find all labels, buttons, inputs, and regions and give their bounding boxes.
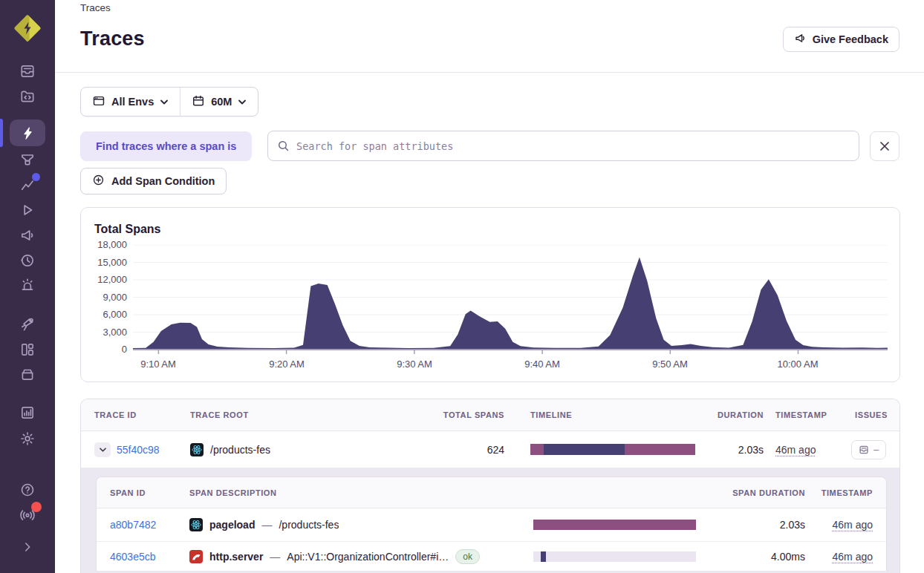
environment-filter[interactable]: All Envs <box>81 88 180 116</box>
col-issues: ISSUES <box>851 410 888 419</box>
filter-bar: All Envs 60M <box>80 87 258 117</box>
ruby-project-icon <box>189 550 203 563</box>
breadcrumb[interactable]: Traces <box>80 2 111 13</box>
sentry-logo-icon[interactable] <box>0 15 55 42</box>
traces-table: TRACE ID TRACE ROOT TOTAL SPANS TIMELINE… <box>80 399 900 573</box>
span-status-badge: ok <box>455 549 480 564</box>
chevron-down-icon <box>160 96 169 108</box>
span-op: http.server <box>209 551 263 563</box>
span-separator: — <box>261 519 272 531</box>
col-timeline: TIMELINE <box>530 410 695 419</box>
clear-search-button[interactable] <box>870 131 899 161</box>
feedback-icon[interactable] <box>0 227 55 243</box>
close-icon <box>879 140 891 152</box>
projects-icon[interactable] <box>0 88 55 105</box>
environment-filter-label: All Envs <box>111 96 154 108</box>
chevron-down-icon <box>238 96 247 108</box>
trace-timestamp[interactable]: 46m ago <box>775 444 816 456</box>
span-id-link[interactable]: a80b7482 <box>110 519 156 531</box>
discover-icon[interactable] <box>0 316 55 333</box>
span-duration: 4.00ms <box>697 551 805 563</box>
search-input[interactable] <box>296 131 859 160</box>
whats-new-badge <box>31 502 42 512</box>
trace-timeline-bar <box>530 444 695 455</box>
expanded-trace-section: SPAN ID SPAN DESCRIPTION SPAN DURATION T… <box>81 468 899 573</box>
stats-icon[interactable] <box>0 405 55 421</box>
trace-issues-button[interactable]: – <box>851 440 886 459</box>
span-timestamp[interactable]: 46m ago <box>833 519 873 531</box>
page-title: Traces <box>80 27 145 50</box>
crons-icon[interactable] <box>0 252 55 269</box>
total-spans-chart-panel: Total Spans 03,0006,0009,00012,00015,000… <box>80 207 900 382</box>
total-spans-chart[interactable] <box>133 245 888 355</box>
traces-page: Traces Traces Give Feedback All Envs <box>0 0 924 573</box>
span-row: 4603e5cb http.server — Api::V1::Organiza… <box>97 541 886 571</box>
timerange-filter-label: 60M <box>211 96 232 108</box>
span-description: Api::V1::OrganizationController#i… <box>287 551 449 563</box>
search-icon <box>277 140 290 152</box>
span-search-box <box>267 131 859 161</box>
insights-icon[interactable] <box>0 177 55 193</box>
trace-row: 55f40c98 /products-fes 624 2.03s <box>81 431 899 468</box>
settings-icon[interactable] <box>0 430 55 447</box>
sidebar <box>0 0 55 573</box>
col-trace-id: TRACE ID <box>94 410 190 419</box>
header-divider <box>55 72 924 73</box>
col-span-description: SPAN DESCRIPTION <box>189 488 520 497</box>
react-project-icon <box>189 518 203 531</box>
main-content: Traces Traces Give Feedback All Envs <box>55 0 924 573</box>
span-duration-bar <box>533 551 696 562</box>
span-op: pageload <box>209 519 255 531</box>
span-id-link[interactable]: 4603e5cb <box>110 551 156 563</box>
col-span-timestamp: TIMESTAMP <box>817 488 873 497</box>
profiling-icon[interactable] <box>0 151 55 168</box>
chart-y-axis-labels: 03,0006,0009,00012,00015,00018,000 <box>81 208 127 383</box>
help-icon[interactable] <box>0 482 55 498</box>
releases-icon[interactable] <box>0 366 55 382</box>
col-total-spans: TOTAL SPANS <box>435 410 504 419</box>
chevron-down-icon <box>99 447 107 453</box>
span-duration-bar <box>533 520 696 530</box>
span-separator: — <box>270 551 280 563</box>
span-row: a80b7482 pageload — /p <box>97 508 886 541</box>
issues-icon[interactable] <box>0 63 55 79</box>
spans-table-header: SPAN ID SPAN DESCRIPTION SPAN DURATION T… <box>97 477 886 508</box>
col-span-duration: SPAN DURATION <box>697 488 805 497</box>
col-trace-root: TRACE ROOT <box>190 410 435 419</box>
issues-small-icon <box>859 445 869 455</box>
traces-icon[interactable] <box>0 125 55 141</box>
trace-id-link[interactable]: 55f40c98 <box>117 444 160 456</box>
span-duration: 2.03s <box>697 519 805 531</box>
sidebar-expand-icon[interactable] <box>0 540 55 554</box>
whats-new-icon[interactable] <box>0 505 55 522</box>
react-project-icon <box>190 443 204 456</box>
trace-duration: 2.03s <box>695 444 764 456</box>
span-description: /products-fes <box>279 519 339 531</box>
trace-issues-count: – <box>873 444 879 455</box>
query-builder-label: Find traces where a span is <box>80 131 252 161</box>
span-timestamp[interactable]: 46m ago <box>833 551 873 563</box>
give-feedback-button[interactable]: Give Feedback <box>783 27 899 52</box>
trace-root-name: /products-fes <box>210 444 270 456</box>
give-feedback-label: Give Feedback <box>813 33 888 45</box>
window-icon <box>92 94 105 110</box>
megaphone-icon <box>794 32 807 47</box>
chart-x-axis-labels: 9:10 AM9:20 AM9:30 AM9:40 AM9:50 AM10:00… <box>81 358 901 372</box>
dashboards-icon[interactable] <box>0 341 55 358</box>
alerts-icon[interactable] <box>0 277 55 293</box>
insights-notification-dot <box>32 173 40 181</box>
replays-icon[interactable] <box>0 202 55 218</box>
calendar-icon <box>192 94 205 110</box>
add-span-condition-label: Add Span Condition <box>111 175 215 187</box>
col-duration: DURATION <box>695 410 764 419</box>
traces-table-header: TRACE ID TRACE ROOT TOTAL SPANS TIMELINE… <box>81 399 899 431</box>
col-span-id: SPAN ID <box>110 488 189 497</box>
timerange-filter[interactable]: 60M <box>180 88 258 116</box>
plus-circle-icon <box>92 174 105 189</box>
total-spans-value: 624 <box>435 444 504 456</box>
add-span-condition-button[interactable]: Add Span Condition <box>80 168 227 194</box>
col-timestamp: TIMESTAMP <box>775 410 836 419</box>
collapse-trace-button[interactable] <box>94 442 111 457</box>
spans-table: SPAN ID SPAN DESCRIPTION SPAN DURATION T… <box>96 477 887 571</box>
